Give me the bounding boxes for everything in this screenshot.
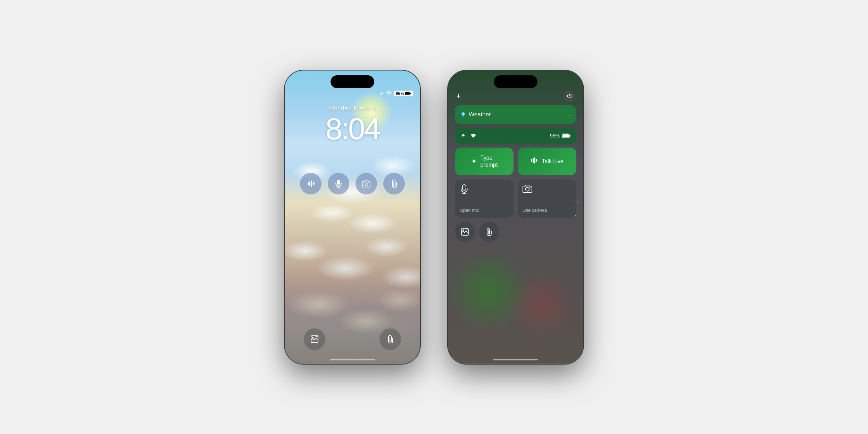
- action-buttons-row: [285, 173, 420, 194]
- open-mic-label: Open mic: [460, 208, 479, 213]
- svg-rect-8: [337, 180, 340, 185]
- svg-point-0: [389, 94, 389, 95]
- use-camera-label: Use camera: [523, 208, 547, 213]
- svg-point-16: [473, 137, 474, 138]
- svg-point-28: [530, 187, 531, 187]
- battery-status: 95 %: [394, 91, 413, 96]
- svg-rect-21: [533, 158, 534, 163]
- side-decorations: ♡ ●: [575, 199, 580, 217]
- attach-bottom-button[interactable]: [379, 328, 401, 350]
- weather-banner[interactable]: Weather ›: [455, 105, 576, 124]
- svg-point-14: [312, 337, 314, 338]
- battery-percentage: 95: [396, 91, 400, 95]
- airplane-icon-cc: [460, 133, 466, 138]
- attach-small-button[interactable]: [479, 222, 499, 242]
- svg-rect-24: [462, 185, 466, 190]
- add-button[interactable]: +: [456, 92, 461, 101]
- wifi-icon-cc: [470, 133, 476, 138]
- type-prompt-label-line2: prompt: [481, 161, 498, 168]
- svg-point-30: [462, 229, 464, 231]
- home-indicator[interactable]: [330, 359, 375, 360]
- microphone-button[interactable]: [328, 173, 349, 194]
- cc-status-bar: +: [448, 91, 583, 102]
- dark-buttons-row: Open mic Use camera: [455, 180, 576, 218]
- weather-label: Weather: [469, 111, 566, 118]
- svg-rect-18: [570, 135, 571, 136]
- location-icon: [460, 112, 466, 117]
- svg-rect-2: [410, 93, 411, 94]
- attach-button[interactable]: [383, 173, 405, 194]
- photo-share-small-button[interactable]: [455, 222, 475, 242]
- type-prompt-label-line1: Type: [481, 155, 498, 161]
- dynamic-island-cc: [494, 75, 537, 88]
- talk-live-button[interactable]: [300, 173, 322, 194]
- weather-chevron-icon: ›: [569, 112, 571, 117]
- connectivity-bar: 95%: [455, 128, 576, 144]
- svg-point-27: [526, 187, 529, 191]
- svg-rect-5: [309, 181, 310, 186]
- battery-percent-sign: %: [401, 91, 404, 95]
- svg-rect-7: [313, 182, 314, 185]
- type-prompt-button[interactable]: ✦ Type prompt: [455, 148, 514, 175]
- talk-live-button-cc[interactable]: Talk Live: [518, 148, 576, 175]
- connectivity-icons: [460, 133, 476, 138]
- iphone-lockscreen: ✈ 95 % Monday, March: [285, 70, 420, 364]
- control-center-grid: ✦ Type prompt: [455, 148, 576, 242]
- airplane-mode-icon: ✈: [380, 91, 384, 96]
- green-buttons-row: ✦ Type prompt: [455, 148, 576, 175]
- bottom-buttons: [285, 328, 420, 350]
- cc-status-left: +: [456, 92, 461, 101]
- camera-icon-large: [523, 184, 532, 195]
- datetime-display: Monday, March 3 8:04: [285, 105, 420, 144]
- clouds-bottom-layer: [285, 279, 420, 364]
- heart-icon: ♡: [575, 199, 580, 206]
- svg-rect-19: [562, 134, 569, 137]
- status-bar: ✈ 95 %: [380, 91, 413, 96]
- svg-rect-4: [308, 182, 309, 185]
- wifi-icon: [386, 91, 392, 96]
- svg-rect-6: [311, 181, 312, 187]
- svg-point-12: [368, 182, 369, 183]
- dot-indicator: ●: [575, 214, 580, 217]
- svg-rect-22: [534, 157, 535, 164]
- svg-point-11: [365, 183, 368, 186]
- dynamic-island: [331, 75, 374, 88]
- power-icon-button[interactable]: [564, 91, 575, 102]
- lock-time: 8:04: [285, 114, 420, 144]
- use-camera-button[interactable]: Use camera: [518, 180, 576, 218]
- svg-rect-20: [531, 159, 532, 162]
- home-indicator-cc[interactable]: [493, 359, 538, 360]
- battery-percentage-cc: 95%: [550, 133, 560, 139]
- lockscreen-screen: ✈ 95 % Monday, March: [285, 70, 420, 364]
- svg-rect-3: [405, 92, 410, 94]
- waveform-icon: [531, 157, 538, 166]
- lock-date: Monday, March 3: [285, 105, 420, 112]
- small-buttons-row: [455, 222, 576, 242]
- open-mic-button[interactable]: Open mic: [455, 180, 514, 218]
- iphone-control-center: + Weather ›: [448, 70, 583, 364]
- cc-status-right: [564, 91, 575, 102]
- battery-icon-cc: [562, 133, 571, 138]
- camera-button[interactable]: [356, 173, 377, 194]
- talk-live-label: Talk Live: [542, 158, 563, 165]
- svg-point-15: [462, 113, 464, 115]
- battery-display: 95%: [550, 133, 571, 139]
- mic-icon-large: [460, 184, 469, 196]
- control-center-screen: + Weather ›: [448, 70, 583, 364]
- sparkle-icon: ✦: [471, 157, 477, 166]
- svg-rect-23: [536, 159, 537, 162]
- photo-share-bottom-button[interactable]: [304, 328, 325, 350]
